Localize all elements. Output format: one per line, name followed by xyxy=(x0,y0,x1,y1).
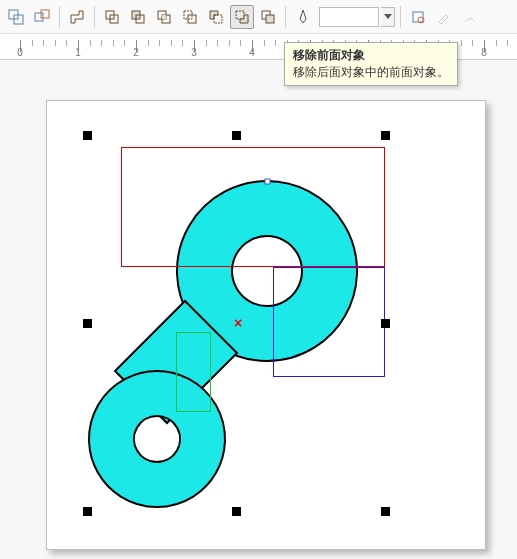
handle-sw[interactable] xyxy=(83,507,92,516)
fill-dropdown-icon[interactable] xyxy=(381,7,395,27)
ruler-label: 1 xyxy=(75,47,81,58)
ungroup-icon[interactable] xyxy=(30,5,54,29)
separator xyxy=(400,6,401,28)
svg-rect-2 xyxy=(35,13,43,21)
handle-ne[interactable] xyxy=(381,131,390,140)
svg-rect-14 xyxy=(236,11,244,19)
fill-swatch[interactable] xyxy=(319,7,379,27)
shaping-toolbar xyxy=(0,0,517,34)
svg-rect-16 xyxy=(266,15,274,23)
ruler-label: 8 xyxy=(481,47,487,58)
handle-e[interactable] xyxy=(381,319,390,328)
page: × xyxy=(46,100,486,550)
group-icon[interactable] xyxy=(4,5,28,29)
tooltip-desc: 移除后面对象中的前面对象。 xyxy=(293,64,449,81)
handle-w[interactable] xyxy=(83,319,92,328)
separator xyxy=(59,6,60,28)
separator xyxy=(285,6,286,28)
simplify-icon[interactable] xyxy=(178,5,202,29)
eyedropper-icon xyxy=(432,5,456,29)
front-minus-back-icon[interactable] xyxy=(204,5,228,29)
handle-nw[interactable] xyxy=(83,131,92,140)
canvas-area[interactable]: × xyxy=(0,60,517,559)
intersect-icon[interactable] xyxy=(152,5,176,29)
ruler-label: 2 xyxy=(133,47,139,58)
handle-n[interactable] xyxy=(232,131,241,140)
ruler-label: 4 xyxy=(249,47,255,58)
selection-center-mark: × xyxy=(234,315,242,331)
separator xyxy=(94,6,95,28)
green-rect[interactable] xyxy=(176,332,211,412)
back-minus-front-icon[interactable] xyxy=(230,5,254,29)
svg-rect-3 xyxy=(41,10,49,18)
pen-icon[interactable] xyxy=(291,5,315,29)
copy-props-icon[interactable] xyxy=(406,5,430,29)
handle-s[interactable] xyxy=(232,507,241,516)
ruler-label: 3 xyxy=(191,47,197,58)
ruler-label: 0 xyxy=(17,47,23,58)
tooltip: 移除前面对象 移除后面对象中的前面对象。 xyxy=(284,42,458,86)
trim-icon[interactable] xyxy=(126,5,150,29)
combine-icon[interactable] xyxy=(100,5,124,29)
lock-icon xyxy=(458,5,482,29)
svg-rect-10 xyxy=(162,15,166,19)
tooltip-title: 移除前面对象 xyxy=(293,47,449,64)
weld-icon[interactable] xyxy=(65,5,89,29)
red-rect[interactable] xyxy=(121,147,385,267)
blue-rect[interactable] xyxy=(273,267,385,377)
boundary-icon[interactable] xyxy=(256,5,280,29)
handle-se[interactable] xyxy=(381,507,390,516)
svg-rect-13 xyxy=(214,15,222,23)
